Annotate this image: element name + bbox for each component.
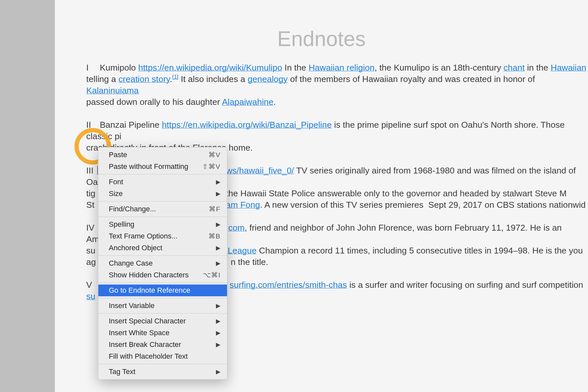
menu-paste[interactable]: Paste ⌘V bbox=[98, 149, 227, 161]
com-link[interactable]: com bbox=[228, 223, 245, 233]
text-cursor bbox=[97, 166, 98, 175]
endnote-numeral: III bbox=[86, 165, 97, 176]
menu-tag-text[interactable]: Tag Text ▶ bbox=[98, 366, 227, 378]
shortcut: ⌘V bbox=[208, 151, 220, 159]
submenu-arrow-icon: ▶ bbox=[216, 190, 220, 197]
menu-find-change[interactable]: Find/Change... ⌘F bbox=[98, 203, 227, 215]
chant-link[interactable]: chant bbox=[503, 63, 525, 73]
menu-separator bbox=[98, 217, 227, 217]
endnote-url-link[interactable]: https://en.wikipedia.org/wiki/Banzai_Pip… bbox=[162, 120, 332, 130]
submenu-arrow-icon: ▶ bbox=[216, 302, 220, 309]
menu-fill-placeholder[interactable]: Fill with Placeholder Text bbox=[98, 351, 227, 362]
shortcut: ⌘F bbox=[209, 205, 220, 213]
menu-change-case[interactable]: Change Case ▶ bbox=[98, 257, 227, 269]
menu-separator bbox=[98, 298, 227, 298]
submenu-arrow-icon: ▶ bbox=[216, 329, 220, 336]
genealogy-link[interactable]: genealogy bbox=[248, 74, 287, 84]
alapaiwahine-link[interactable]: Alapaiwahine bbox=[222, 97, 273, 107]
hawaiian-lang-link[interactable]: Hawaiian bbox=[551, 63, 586, 73]
menu-size[interactable]: Size ▶ bbox=[98, 188, 227, 200]
endnote-label: Banzai Pipeline bbox=[100, 120, 159, 130]
submenu-arrow-icon: ▶ bbox=[216, 368, 220, 375]
submenu-arrow-icon: ▶ bbox=[216, 318, 220, 325]
submenu-arrow-icon: ▶ bbox=[216, 341, 220, 348]
menu-separator bbox=[98, 313, 227, 314]
submenu-arrow-icon: ▶ bbox=[216, 244, 220, 252]
menu-paste-without-formatting[interactable]: Paste without Formatting ⇧⌘V bbox=[98, 161, 227, 172]
shortcut: ⇧⌘V bbox=[202, 163, 220, 171]
endnote-url-link[interactable]: https://en.wikipedia.org/wiki/Kumulipo bbox=[138, 63, 282, 73]
shortcut: ⌥⌘I bbox=[203, 271, 220, 279]
menu-insert-break-character[interactable]: Insert Break Character ▶ bbox=[98, 339, 227, 351]
endnote-label: Kumipolo bbox=[100, 63, 136, 73]
creation-story-link[interactable]: creation story bbox=[119, 74, 170, 84]
menu-text-frame-options[interactable]: Text Frame Options... ⌘B bbox=[98, 230, 227, 242]
menu-font[interactable]: Font ▶ bbox=[98, 176, 227, 188]
menu-separator bbox=[98, 174, 227, 174]
endnote-numeral: I bbox=[86, 62, 97, 74]
kalaninuiama-link[interactable]: Kalaninuiama bbox=[86, 86, 139, 95]
endnote-numeral: V bbox=[86, 279, 97, 291]
submenu-arrow-icon: ▶ bbox=[216, 221, 220, 228]
menu-insert-white-space[interactable]: Insert White Space ▶ bbox=[98, 327, 227, 339]
menu-show-hidden-characters[interactable]: Show Hidden Characters ⌥⌘I bbox=[98, 269, 227, 281]
submenu-arrow-icon: ▶ bbox=[216, 260, 220, 267]
menu-insert-special-character[interactable]: Insert Special Character ▶ bbox=[98, 315, 227, 327]
context-menu[interactable]: Paste ⌘V Paste without Formatting ⇧⌘V Fo… bbox=[98, 147, 227, 380]
footnote-ref-1[interactable]: [1] bbox=[172, 74, 178, 80]
hawaiian-religion-link[interactable]: Hawaiian religion bbox=[309, 63, 375, 73]
endnote-numeral: IV bbox=[86, 222, 97, 234]
su-link[interactable]: su bbox=[86, 291, 95, 301]
menu-separator bbox=[98, 283, 227, 283]
submenu-arrow-icon: ▶ bbox=[216, 178, 220, 186]
endnote-1[interactable]: I Kumipolo https://en.wikipedia.org/wiki… bbox=[86, 62, 588, 108]
menu-spelling[interactable]: Spelling ▶ bbox=[98, 219, 227, 230]
endnote-url-link[interactable]: surfing.com/entries/smith-chas bbox=[230, 280, 347, 290]
shortcut: ⌘B bbox=[208, 232, 220, 240]
menu-separator bbox=[98, 255, 227, 256]
page-title: Endnotes bbox=[55, 27, 588, 51]
menu-go-to-endnote-reference[interactable]: Go to Endnote Reference bbox=[98, 285, 227, 296]
menu-separator bbox=[98, 364, 227, 364]
menu-insert-variable[interactable]: Insert Variable ▶ bbox=[98, 300, 227, 312]
menu-anchored-object[interactable]: Anchored Object ▶ bbox=[98, 242, 227, 254]
menu-separator bbox=[98, 201, 227, 202]
